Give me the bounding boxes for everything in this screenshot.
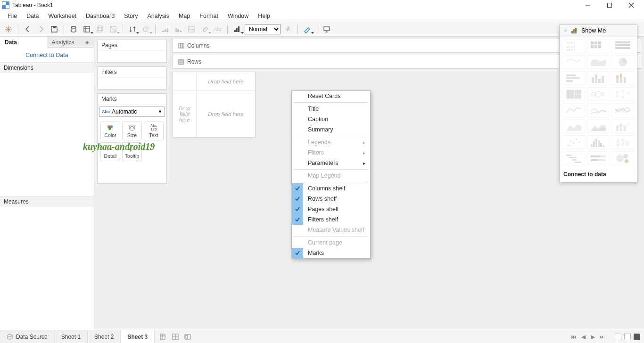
ctx-reset-cards[interactable]: Reset Cards: [292, 91, 370, 101]
new-story-icon[interactable]: [184, 333, 191, 341]
viz-line-discrete[interactable]: [587, 103, 610, 117]
svg-rect-118: [160, 334, 165, 340]
tableau-logo-icon[interactable]: [3, 24, 14, 35]
menu-file[interactable]: File: [3, 11, 22, 21]
view-list-icon[interactable]: [624, 334, 631, 340]
menu-worksheet[interactable]: Worksheet: [44, 11, 82, 21]
viz-area-discrete[interactable]: [587, 119, 610, 133]
new-worksheet-icon[interactable]: [159, 333, 167, 341]
ctx-columns-shelf[interactable]: Columns shelf: [292, 183, 370, 194]
viz-vbar[interactable]: [587, 71, 610, 85]
viz-text-table[interactable]: 123 123123 123123 123: [562, 39, 585, 53]
tab-sheet-3[interactable]: Sheet 3: [121, 330, 155, 343]
menu-analysis[interactable]: Analysis: [142, 11, 174, 21]
tab-sheet-2[interactable]: Sheet 2: [88, 330, 121, 343]
maximize-button[interactable]: [599, 0, 620, 10]
new-worksheet-button[interactable]: [81, 24, 92, 35]
nav-last-icon[interactable]: ⏭: [599, 334, 605, 340]
ctx-rows-shelf[interactable]: Rows shelf: [292, 194, 370, 204]
clear-button[interactable]: [107, 24, 119, 35]
tab-analytics[interactable]: Analytics◆: [47, 37, 94, 48]
minimize-button[interactable]: [577, 0, 599, 10]
menu-data[interactable]: Data: [22, 11, 43, 21]
duplicate-button[interactable]: [94, 24, 106, 35]
ctx-marks[interactable]: Marks: [292, 248, 370, 258]
viz-dual-line[interactable]: [611, 103, 634, 117]
view-full-icon[interactable]: [634, 334, 640, 340]
mark-color[interactable]: Color: [100, 122, 120, 140]
viz-stacked-bar[interactable]: [611, 71, 634, 85]
viz-side-by-side[interactable]: [611, 87, 634, 101]
viz-scatter[interactable]: [562, 135, 585, 149]
view-grid-icon[interactable]: [615, 334, 621, 340]
chart-type-button[interactable]: [231, 24, 243, 35]
viz-histogram[interactable]: [587, 135, 610, 149]
mark-text[interactable]: Abc123Text: [144, 122, 164, 140]
close-button[interactable]: [620, 0, 642, 10]
labels-button[interactable]: Abc: [212, 24, 223, 35]
presentation-button[interactable]: [321, 24, 332, 35]
attach-button[interactable]: [199, 24, 210, 35]
viz-heat-map[interactable]: [587, 39, 610, 53]
refresh-button[interactable]: [140, 24, 151, 35]
connect-to-data-link[interactable]: Connect to Data: [0, 48, 94, 62]
new-data-source-button[interactable]: [68, 24, 79, 35]
menu-dashboard[interactable]: Dashboard: [81, 11, 119, 21]
viz-pie[interactable]: [611, 55, 634, 69]
pin-button[interactable]: [282, 24, 294, 35]
tab-data[interactable]: Data: [0, 37, 47, 48]
fit-select[interactable]: Normal: [245, 24, 281, 34]
tab-data-source[interactable]: Data Source: [0, 330, 55, 343]
menu-story[interactable]: Story: [119, 11, 142, 21]
viz-hbar[interactable]: [562, 71, 585, 85]
viz-symbol-map[interactable]: [562, 55, 585, 69]
menu-map[interactable]: Map: [174, 11, 195, 21]
ctx-summary[interactable]: Summary: [292, 124, 370, 135]
totals-button[interactable]: [186, 24, 197, 35]
abc-icon: Abc: [102, 109, 110, 114]
viz-packed-bubbles[interactable]: [611, 151, 634, 165]
show-me-header[interactable]: Show Me: [560, 25, 637, 36]
menu-help[interactable]: Help: [253, 11, 275, 21]
ctx-caption[interactable]: Caption: [292, 114, 370, 124]
viz-treemap[interactable]: [562, 87, 585, 101]
mark-detail[interactable]: Detail: [100, 142, 120, 161]
mark-size[interactable]: Size: [122, 122, 142, 140]
dimensions-header: Dimensions: [0, 62, 94, 73]
ctx-filters-shelf[interactable]: Filters shelf: [292, 214, 370, 225]
mark-type-select[interactable]: Abc Automatic ▼: [99, 106, 165, 117]
viz-area-continuous[interactable]: [562, 119, 585, 133]
pages-shelf[interactable]: [98, 51, 166, 62]
viz-box-plot[interactable]: [611, 135, 634, 149]
menu-format[interactable]: Format: [195, 11, 223, 21]
menu-window[interactable]: Window: [223, 11, 253, 21]
viz-line-continuous[interactable]: [562, 103, 585, 117]
nav-first-icon[interactable]: ⏮: [570, 334, 577, 340]
drop-zone[interactable]: Drop field here Drop field here Drop fie…: [173, 72, 256, 138]
toolbar: Abc Normal: [0, 22, 644, 37]
save-button[interactable]: [49, 24, 60, 35]
nav-next-icon[interactable]: ▶: [589, 334, 596, 340]
viz-filled-map[interactable]: [587, 55, 610, 69]
svg-rect-97: [595, 139, 597, 147]
viz-bullet[interactable]: [587, 151, 610, 165]
back-button[interactable]: [22, 24, 33, 35]
mark-tooltip[interactable]: Tooltip: [122, 142, 142, 161]
sort-asc-button[interactable]: [159, 24, 171, 35]
swap-button[interactable]: [127, 24, 138, 35]
ctx-title[interactable]: Title: [292, 104, 370, 114]
viz-dual-combination[interactable]: [611, 119, 634, 133]
sort-desc-button[interactable]: [173, 24, 184, 35]
ctx-pages-shelf[interactable]: Pages shelf: [292, 204, 370, 214]
new-dashboard-icon[interactable]: [172, 333, 179, 341]
forward-button[interactable]: [35, 24, 47, 35]
ctx-parameters[interactable]: Parameters▸: [292, 158, 370, 168]
svg-rect-36: [107, 146, 109, 147]
viz-gantt[interactable]: [562, 151, 585, 165]
viz-circle-views[interactable]: [587, 87, 610, 101]
filters-shelf[interactable]: [98, 78, 166, 89]
viz-highlight-table[interactable]: [611, 39, 634, 53]
tab-sheet-1[interactable]: Sheet 1: [55, 330, 88, 343]
nav-prev-icon[interactable]: ◀: [580, 334, 586, 340]
highlight-button[interactable]: [302, 24, 313, 35]
